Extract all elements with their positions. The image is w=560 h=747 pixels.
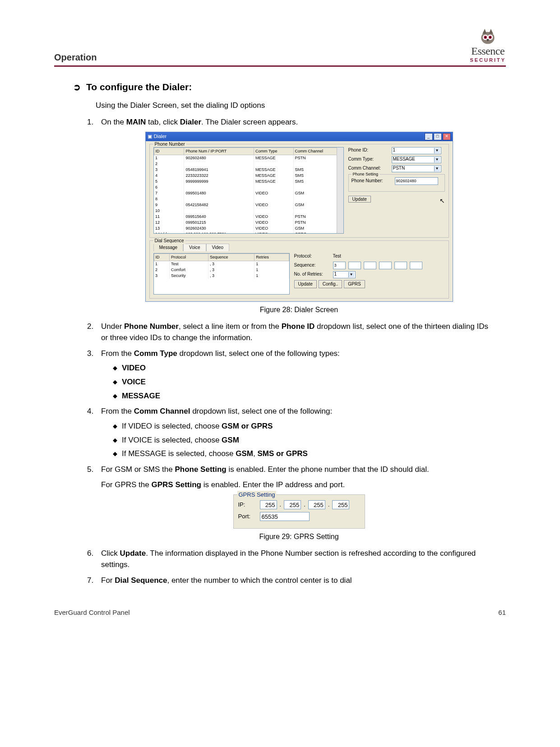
svg-marker-2 [489, 29, 493, 34]
port-label: Port: [238, 512, 257, 521]
col-type: Comm Type [254, 148, 293, 155]
dial-seq-right: Protocol:Test Sequence: [294, 253, 445, 288]
step-3: From the Comm Type dropdown list, select… [96, 348, 497, 402]
logo-subtext: SECURITY [470, 57, 506, 63]
protocol-value: Test [333, 253, 341, 260]
seq-input-6[interactable] [410, 262, 422, 269]
svg-point-7 [485, 37, 486, 38]
step-4: From the Comm Channel dropdown list, sel… [96, 406, 497, 460]
port-input[interactable] [260, 512, 310, 521]
col-num: Phone Num / IP:PORT [184, 148, 254, 155]
seq-input-1[interactable] [333, 262, 346, 269]
footer-title: EverGuard Control Panel [54, 609, 130, 616]
chevron-down-icon: ▼ [434, 166, 440, 171]
page-header: Operation Essence SECURITY [54, 27, 506, 67]
table-row: 1Test, 31 [154, 261, 289, 267]
section-name: Operation [54, 52, 97, 63]
phone-right-pane: Phone ID: 1▼ Comm Type: MESSAGE▼ Comm Ch… [348, 147, 445, 205]
step-6: Click Update. The information displayed … [96, 548, 497, 570]
phone-number-label: Phone Number: [352, 178, 392, 184]
gprs-setting-group: GPRS Setting IP: . . . Port: [233, 494, 365, 529]
dial-seq-table[interactable]: ID Protocol Sequence Retries 1Test, 31 2… [153, 253, 290, 295]
maximize-icon[interactable]: □ [434, 133, 442, 140]
table-row: 7099501480VIDEOGSM [154, 190, 343, 196]
app-icon: ▣ [148, 133, 152, 140]
table-row: 2 [154, 161, 343, 167]
minimize-icon[interactable]: _ [425, 133, 433, 140]
table-row: 6 [154, 184, 343, 190]
comm-type-select[interactable]: MESSAGE▼ [392, 156, 441, 163]
step-5: For GSM or SMS the Phone Setting is enab… [96, 464, 497, 542]
tab-video[interactable]: Video [206, 244, 229, 252]
chevron-down-icon: ▼ [434, 148, 440, 153]
svg-marker-1 [482, 29, 486, 34]
logo-text: Essence [470, 45, 506, 57]
gprs-legend: GPRS Setting [237, 491, 277, 499]
figure-29-wrap: GPRS Setting IP: . . . Port: [101, 494, 497, 542]
phone-number-group: Phone Number ID Phone Num / IP:PORT Comm… [149, 144, 449, 238]
figure-28-caption: Figure 28: Dialer Screen [101, 304, 497, 315]
ip-part-2[interactable] [284, 500, 301, 509]
brand-logo: Essence SECURITY [470, 27, 506, 63]
figure-28-wrap: ▣ Dialer _ □ ✕ Phone Number [101, 132, 497, 315]
seq-input-2[interactable] [348, 262, 361, 269]
arrow-right-icon: ➲ [73, 81, 81, 94]
list-item: VOICE [113, 377, 497, 388]
phone-id-select[interactable]: 1▼ [392, 147, 441, 154]
list-item: VIDEO [113, 363, 497, 374]
ds-config-button[interactable]: Config.. [319, 280, 342, 289]
phone-number-input[interactable] [395, 177, 438, 185]
ds-update-button[interactable]: Update [294, 280, 317, 289]
close-icon[interactable]: ✕ [443, 133, 451, 140]
table-row: 8 [154, 196, 343, 202]
svg-point-8 [490, 37, 491, 38]
list-item: MESSAGE [113, 391, 497, 402]
window-title: Dialer [154, 133, 167, 140]
page-footer: EverGuard Control Panel 61 [54, 609, 506, 616]
update-button[interactable]: Update [348, 196, 371, 203]
intro-text: Using the Dialer Screen, set the dialing… [96, 100, 497, 111]
list-item: If MESSAGE is selected, choose GSM, SMS … [113, 448, 497, 460]
table-row: 42233223322MESSAGESMS [154, 173, 343, 179]
figure-29-caption: Figure 29: GPRS Setting [101, 531, 497, 542]
table-row: 59999999999MESSAGESMS [154, 179, 343, 184]
table-row: 11099515640VIDEOPSTN [154, 214, 343, 220]
dial-sequence-group: Dial Sequence Message Voice Video [149, 240, 449, 299]
table-row: 12099501215VIDEOPSTN [154, 220, 343, 226]
tab-message[interactable]: Message [153, 244, 184, 252]
comm-chan-select[interactable]: PSTN▼ [392, 165, 441, 172]
heading-text: To configure the Dialer: [86, 80, 192, 94]
scrollbar[interactable] [337, 148, 343, 233]
ip-part-1[interactable] [260, 500, 277, 509]
table-row: 30548199941MESSAGESMS [154, 167, 343, 173]
seq-input-5[interactable] [394, 262, 407, 269]
table-row: 10 [154, 208, 343, 214]
table-row: 14-Video062.090.100.200:7581VIDEOGPRS [154, 231, 343, 233]
step-1: On the MAIN tab, click Dialer. The Diale… [96, 117, 497, 315]
table-row: 3Security, 31 [154, 273, 289, 279]
table-row: 1902602480MESSAGEPSTN [154, 155, 343, 161]
page-number: 61 [498, 609, 506, 616]
step-7: For Dial Sequence, enter the number to w… [96, 575, 497, 586]
list-item: If VOICE is selected, choose GSM [113, 435, 497, 446]
phone-table[interactable]: ID Phone Num / IP:PORT Comm Type Comm Ch… [153, 147, 344, 234]
phone-id-label: Phone ID: [348, 147, 389, 154]
steps-list: On the MAIN tab, click Dialer. The Diale… [86, 117, 497, 586]
table-row: 13902602430VIDEOGSM [154, 226, 343, 231]
dialer-window: ▣ Dialer _ □ ✕ Phone Number [145, 132, 453, 302]
list-item: If VIDEO is selected, choose GSM or GPRS [113, 421, 497, 432]
seq-input-3[interactable] [364, 262, 376, 269]
retries-select[interactable]: 1▼ [333, 271, 356, 278]
chevron-down-icon: ▼ [434, 157, 440, 162]
chevron-down-icon: ▼ [348, 272, 354, 277]
comm-type-label: Comm Type: [348, 156, 389, 163]
ip-part-4[interactable] [332, 500, 349, 509]
ds-gprs-button[interactable]: GPRS [344, 280, 365, 289]
section-heading: ➲ To configure the Dialer: [73, 80, 497, 94]
seq-input-4[interactable] [379, 262, 392, 269]
title-bar: ▣ Dialer _ □ ✕ [146, 132, 453, 141]
step-2: Under Phone Number, select a line item o… [96, 321, 497, 343]
tab-voice[interactable]: Voice [183, 244, 206, 252]
ip-part-3[interactable] [308, 500, 325, 509]
owl-icon [472, 27, 504, 45]
